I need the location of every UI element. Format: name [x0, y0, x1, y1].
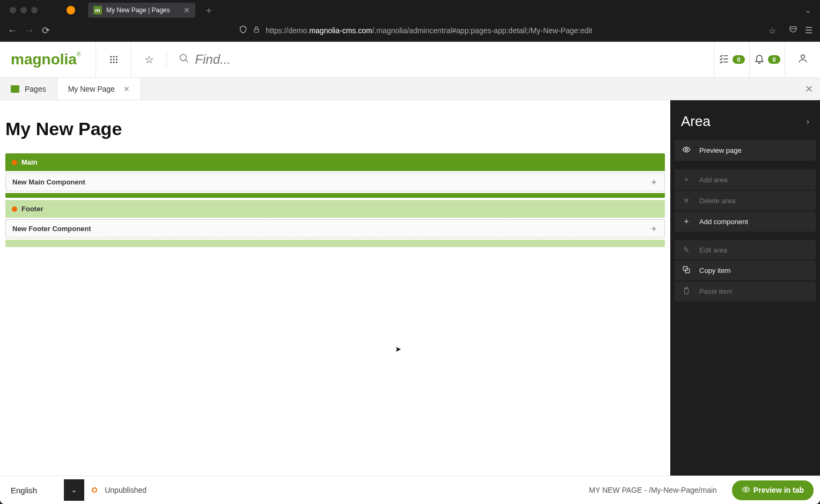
svg-point-6 — [113, 59, 114, 61]
copy-icon — [682, 266, 691, 275]
status-dot-icon — [12, 206, 17, 212]
browser-tab[interactable]: m My New Page | Pages ✕ — [88, 3, 195, 18]
panel-header[interactable]: Area › — [675, 105, 816, 139]
action-label: Edit area — [699, 246, 727, 254]
action-label: Paste item — [699, 287, 732, 295]
app-tab-pages[interactable]: Pages — [0, 78, 57, 100]
plus-icon[interactable]: ＋ — [650, 224, 658, 234]
reload-icon[interactable]: ⟳ — [42, 25, 50, 36]
area-footer-strip — [5, 193, 665, 198]
side-panel: Area › Preview page ＋ Add area ✕ Delete … — [670, 100, 820, 476]
language-label: English — [6, 480, 64, 500]
area-label: Footer — [21, 205, 43, 213]
area-label: Main — [21, 158, 38, 166]
preview-in-tab-button[interactable]: Preview in tab — [732, 480, 814, 500]
svg-point-8 — [110, 62, 112, 63]
minimize-window-icon[interactable] — [20, 7, 27, 13]
bell-icon — [754, 53, 765, 66]
app-tab-label: Pages — [25, 85, 46, 93]
preview-button-label: Preview in tab — [753, 486, 804, 494]
separator — [675, 161, 816, 169]
firefox-icon[interactable] — [67, 6, 75, 14]
svg-point-3 — [113, 56, 114, 57]
user-icon — [797, 53, 808, 66]
browser-chrome: m My New Page | Pages ✕ ＋ ⌄ ← → ⟳ https:… — [0, 0, 820, 42]
search-input[interactable] — [195, 52, 702, 67]
bookmark-star-icon[interactable]: ☆ — [768, 26, 776, 36]
address-bar[interactable]: https://demo.magnolia-cms.com/.magnolia/… — [57, 25, 781, 36]
language-select[interactable]: English ⌄ — [6, 479, 84, 501]
logo[interactable]: magnolia® — [0, 42, 96, 77]
copy-item-action[interactable]: Copy item — [675, 261, 816, 280]
svg-point-2 — [110, 56, 112, 57]
svg-point-22 — [745, 488, 747, 491]
delete-area-action: ✕ Delete area — [675, 191, 816, 210]
svg-rect-0 — [254, 29, 259, 33]
app-tabs: Pages My New Page ✕ ✕ — [0, 78, 820, 100]
status-bar: English ⌄ Unpublished MY NEW PAGE - /My-… — [0, 476, 820, 504]
eye-icon — [682, 145, 691, 155]
action-list: Preview page ＋ Add area ✕ Delete area ＋ … — [675, 139, 816, 302]
action-label: Copy item — [699, 266, 731, 275]
svg-point-16 — [801, 55, 804, 58]
add-component-action[interactable]: ＋ Add component — [675, 211, 816, 232]
action-label: Add component — [699, 218, 748, 226]
area-bar-main[interactable]: Main — [5, 153, 665, 171]
action-label: Add area — [699, 176, 728, 184]
app-window: magnolia® ☆ 0 0 — [0, 42, 820, 504]
profile-button[interactable] — [785, 42, 820, 78]
clipboard-icon — [682, 287, 691, 296]
close-panel-icon[interactable]: ✕ — [797, 78, 820, 100]
close-tab-icon[interactable]: ✕ — [123, 85, 130, 93]
browser-tab-title: My New Page | Pages — [106, 6, 170, 14]
back-icon[interactable]: ← — [8, 25, 17, 36]
shield-icon[interactable] — [239, 25, 247, 36]
svg-point-9 — [113, 62, 114, 63]
publish-status: Unpublished — [105, 486, 147, 494]
svg-rect-1 — [790, 27, 796, 29]
area-footer[interactable]: Footer New Footer Component ＋ — [5, 200, 665, 247]
component-label: New Main Component — [12, 178, 85, 186]
x-icon: ✕ — [682, 196, 691, 205]
chevron-down-icon[interactable]: ⌄ — [64, 479, 84, 501]
tabs-dropdown-icon[interactable]: ⌄ — [804, 5, 816, 15]
area-footer-strip — [5, 240, 665, 247]
logo-mark-icon: ® — [77, 51, 80, 57]
app-tab-current[interactable]: My New Page ✕ — [57, 78, 141, 100]
app-header: magnolia® ☆ 0 0 — [0, 42, 820, 78]
edit-area-action: ✎ Edit area — [675, 240, 816, 260]
plus-icon[interactable]: ＋ — [650, 177, 658, 187]
page-path: MY NEW PAGE - /My-New-Page/main — [589, 486, 717, 494]
new-component-main[interactable]: New Main Component ＋ — [5, 173, 665, 191]
forward-icon[interactable]: → — [25, 25, 34, 36]
tasks-button[interactable]: 0 — [714, 42, 749, 78]
site-favicon-icon: m — [93, 6, 102, 14]
plus-icon: ＋ — [682, 217, 691, 226]
close-window-icon[interactable] — [10, 7, 16, 13]
page-title: My New Page — [5, 110, 665, 153]
lock-icon[interactable] — [253, 26, 260, 35]
chevron-right-icon[interactable]: › — [807, 117, 809, 127]
close-tab-icon[interactable]: ✕ — [184, 6, 190, 14]
area-bar-footer[interactable]: Footer — [5, 200, 665, 218]
svg-line-12 — [186, 60, 188, 63]
favorite-icon[interactable]: ☆ — [131, 42, 166, 78]
area-main[interactable]: Main New Main Component ＋ — [5, 153, 665, 198]
new-component-footer[interactable]: New Footer Component ＋ — [5, 219, 665, 238]
maximize-window-icon[interactable] — [31, 7, 38, 13]
hamburger-menu-icon[interactable]: ☰ — [805, 25, 812, 36]
paste-item-action: Paste item — [675, 281, 816, 301]
pages-icon — [11, 85, 19, 93]
page-canvas: My New Page Main New Main Component ＋ Fo… — [0, 100, 670, 476]
add-area-action: ＋ Add area — [675, 169, 816, 190]
url-prefix: https://demo. — [266, 26, 309, 35]
separator — [675, 232, 816, 240]
new-tab-icon[interactable]: ＋ — [204, 4, 214, 17]
url: https://demo.magnolia-cms.com/.magnolia/… — [266, 26, 592, 35]
notifications-button[interactable]: 0 — [749, 42, 785, 78]
tasks-count: 0 — [733, 55, 744, 64]
pocket-icon[interactable] — [789, 25, 797, 36]
preview-page-action[interactable]: Preview page — [675, 140, 816, 161]
app-launcher-icon[interactable] — [96, 42, 131, 78]
action-label: Delete area — [699, 197, 735, 205]
